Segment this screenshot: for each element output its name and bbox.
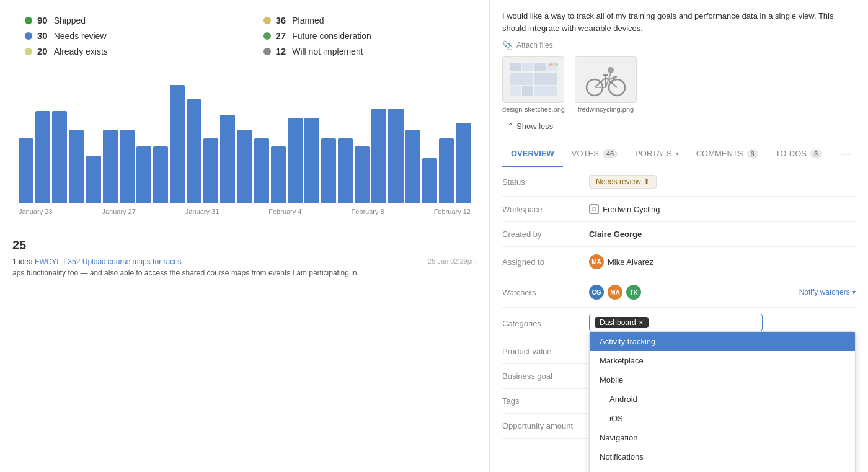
dropdown-item-ios[interactable]: iOS — [590, 409, 855, 428]
chart-bar — [187, 99, 202, 203]
created-by-value: Claire George — [589, 229, 856, 239]
will-not-dot — [264, 48, 271, 55]
assignee-name: Mike Alvarez — [608, 257, 653, 267]
activity-idea-label: 1 idea — [12, 257, 33, 266]
dropdown-item-marketplace[interactable]: Marketplace — [590, 351, 855, 370]
needs-review-dot — [25, 32, 32, 40]
tab-more-button[interactable]: ··· — [836, 143, 856, 166]
status-badge[interactable]: Needs review ⬆ — [589, 175, 657, 189]
tab-votes[interactable]: VOTES 46 — [563, 141, 626, 167]
planned-label: Planned — [292, 16, 324, 25]
created-by-label: Created by — [502, 229, 589, 239]
chart-bar — [19, 138, 33, 203]
status-row: Status Needs review ⬆ — [502, 167, 856, 197]
legend-item-needs-review: 30 Needs review — [25, 30, 226, 41]
categories-value: Dashboard × Activity trackingMarketplace… — [589, 314, 856, 331]
tab-overview-label: OVERVIEW — [511, 149, 554, 158]
future-count: 27 — [276, 30, 286, 41]
attachment-sketch[interactable]: design-sketches.png — [502, 56, 565, 113]
already-exists-dot — [25, 48, 32, 55]
future-dot — [264, 32, 271, 40]
legend-item-will-not: 12 Will not implement — [264, 46, 465, 56]
svg-rect-6 — [510, 86, 521, 96]
tab-overview[interactable]: OVERVIEW — [502, 141, 563, 167]
chart-bar — [35, 111, 50, 203]
watcher-avatar-3: TK — [626, 285, 641, 300]
tab-comments[interactable]: COMMENTS 6 — [688, 141, 767, 167]
activity-description: aps functionality too — and also able to… — [12, 269, 477, 277]
tab-portals[interactable]: PORTALS ▾ — [626, 141, 687, 167]
tabs: OVERVIEW VOTES 46 PORTALS ▾ COMMENTS 6 T… — [490, 141, 868, 167]
svg-rect-8 — [534, 86, 557, 96]
dropdown-item-notifications[interactable]: Notifications — [590, 447, 855, 466]
notify-watchers-button[interactable]: Notify watchers ▾ — [799, 288, 856, 296]
categories-input[interactable]: Dashboard × — [589, 314, 763, 331]
dashboard-tag: Dashboard × — [595, 317, 649, 328]
chart-bar — [254, 138, 269, 203]
svg-rect-1 — [522, 63, 533, 71]
assigned-to-label: Assigned to — [502, 257, 589, 267]
chart-bar — [321, 138, 336, 203]
watchers-value: CG MA TK Notify watchers ▾ — [589, 285, 856, 300]
future-label: Future consideration — [292, 31, 371, 41]
attach-files-button[interactable]: 📎 Attach files — [502, 40, 856, 50]
assigned-to-value: MA Mike Alvarez — [589, 254, 856, 269]
attachment-cycling[interactable]: fredwincycling.png — [575, 56, 637, 113]
portals-chevron-icon: ▾ — [676, 150, 679, 157]
watcher-avatar-2: MA — [608, 285, 622, 300]
chart-bar — [203, 138, 218, 203]
workspace-icon: □ — [589, 204, 599, 214]
chart-labels: January 23 January 27 January 31 Februar… — [12, 203, 477, 215]
tab-todos[interactable]: TO-DOS 3 — [767, 141, 830, 167]
tab-portals-label: PORTALS — [635, 149, 671, 158]
attach-label: Attach files — [516, 41, 553, 50]
workspace-name: Fredwin Cycling — [603, 205, 660, 214]
activity-number: 25 — [12, 238, 477, 252]
chart-bars — [12, 66, 477, 203]
attachments: design-sketches.png — [502, 56, 856, 113]
comment-text: I would like a way to track all of my tr… — [502, 10, 856, 34]
needs-review-count: 30 — [37, 30, 48, 41]
svg-point-9 — [549, 63, 552, 66]
dashboard-tag-remove[interactable]: × — [639, 318, 644, 327]
activity-link[interactable]: FWCYL-I-352 Upload course maps for races — [35, 257, 182, 266]
svg-rect-5 — [534, 73, 557, 85]
status-value: Needs review ⬆ — [589, 175, 856, 189]
legend-item-shipped: 90 Shipped — [25, 15, 226, 25]
chart-bar — [86, 156, 100, 203]
planned-count: 36 — [276, 15, 286, 25]
svg-rect-2 — [534, 63, 546, 71]
workspace-value: □ Fredwin Cycling — [589, 204, 856, 214]
todos-badge: 3 — [810, 149, 822, 158]
dropdown-item-android[interactable]: Android — [590, 390, 855, 409]
tab-comments-label: COMMENTS — [696, 149, 743, 158]
watchers-row: Watchers CG MA TK Notify watchers ▾ — [502, 277, 856, 308]
chart-bar — [170, 85, 185, 203]
dropdown-item-social[interactable]: Social — [590, 466, 855, 472]
watcher-avatar-1: CG — [589, 285, 604, 300]
chart-bar — [237, 130, 252, 203]
chart-bar — [220, 115, 235, 203]
workspace-label: Workspace — [502, 205, 589, 214]
legend-item-future: 27 Future consideration — [264, 30, 465, 41]
show-less-button[interactable]: ⌃ Show less — [502, 119, 558, 133]
already-exists-count: 20 — [37, 46, 48, 56]
label-jan27: January 27 — [102, 208, 135, 215]
svg-point-22 — [608, 67, 614, 73]
comments-badge: 6 — [747, 149, 758, 158]
svg-rect-7 — [522, 86, 533, 96]
show-less-label: Show less — [516, 122, 553, 131]
status-label: Status — [502, 177, 589, 187]
chart-bar — [338, 138, 353, 203]
assignee-avatar: MA — [589, 254, 604, 269]
will-not-count: 12 — [276, 46, 286, 56]
label-feb4: February 4 — [268, 208, 301, 215]
svg-rect-0 — [510, 63, 521, 71]
dropdown-item-activity-tracking[interactable]: Activity tracking — [590, 332, 855, 351]
dropdown-item-mobile[interactable]: Mobile — [590, 370, 855, 390]
dropdown-item-navigation[interactable]: Navigation — [590, 428, 855, 447]
left-panel: 90 Shipped 36 Planned 30 Needs review 27… — [0, 0, 490, 472]
planned-dot — [264, 17, 271, 24]
cycling-thumb — [575, 56, 637, 103]
label-jan31: January 31 — [185, 208, 219, 215]
